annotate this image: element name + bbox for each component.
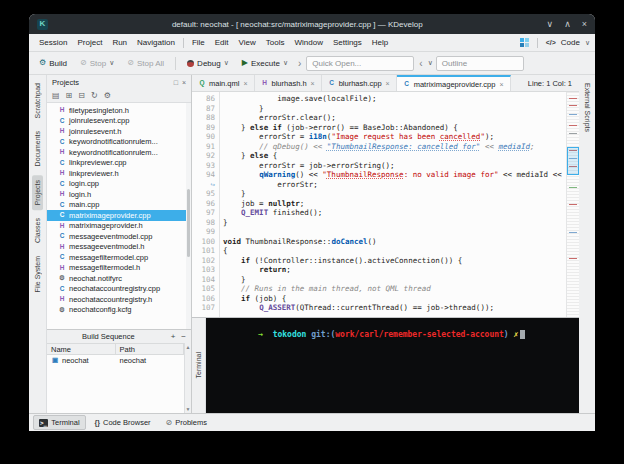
tree-item[interactable]: Cmain.cpp	[47, 200, 191, 211]
collapse-all-icon[interactable]: ⊟	[78, 91, 85, 100]
tree-item[interactable]: Cmessageeventmodel.cpp	[47, 231, 191, 242]
file-type-icon: H	[58, 244, 66, 251]
statusbar-terminal[interactable]: >_Terminal	[33, 415, 86, 430]
tree-item[interactable]: Hfiletypesingleton.h	[47, 105, 191, 116]
debug-bug-icon	[187, 60, 194, 67]
menu-item-run[interactable]: Run	[107, 38, 132, 47]
close-tab-icon[interactable]: ×	[243, 80, 247, 87]
file-type-icon: ⚙	[58, 275, 66, 282]
expand-all-icon[interactable]: ⊞	[66, 91, 73, 100]
file-name: matriximageprovider.cpp	[69, 211, 151, 220]
scroll-down-icon[interactable]: ▼	[186, 406, 191, 412]
titlebar[interactable]: K default: neochat - [ neochat:src/matri…	[29, 14, 595, 34]
tree-item[interactable]: Hlinkpreviewer.h	[47, 168, 191, 179]
minimap-mark	[569, 232, 577, 233]
tree-item[interactable]: Cmatriximageprovider.cpp	[47, 210, 191, 221]
file-type-icon: C	[403, 81, 411, 88]
editor-tab-blurhash-h[interactable]: Hblurhash.h×	[255, 75, 322, 91]
table-row[interactable]: ▣neochatneochat	[47, 355, 184, 366]
dock-tab-scratchpad[interactable]: Scratchpad	[32, 78, 43, 123]
close-icon[interactable]: ×	[582, 20, 587, 29]
menu-item-settings[interactable]: Settings	[328, 38, 367, 47]
dock-tab-documents[interactable]: Documents	[32, 126, 43, 171]
tree-item[interactable]: Hjoinrulesevent.h	[47, 126, 191, 137]
tree-view-icon[interactable]: ▤	[52, 91, 60, 100]
tree-item[interactable]: Cjoinrulesevent.cpp	[47, 116, 191, 127]
statusbar-problems[interactable]: ⊘Problems	[160, 415, 213, 430]
tree-item[interactable]: ⚙neochat.notifyrc	[47, 273, 191, 284]
editor-tab-matriximageprovider-cpp[interactable]: Cmatriximageprovider.cpp×	[397, 75, 511, 91]
close-tab-icon[interactable]: ×	[386, 80, 390, 87]
code-area[interactable]: image.save(localFile); } errorStr.clear(…	[220, 92, 566, 317]
line-number: 101	[192, 246, 215, 256]
close-tab-icon[interactable]: ×	[311, 80, 315, 87]
minimap-scrollbar[interactable]	[566, 92, 579, 317]
editor-tab-main-qml[interactable]: Qmain.qml×	[192, 75, 255, 91]
editor-tab-blurhash-cpp[interactable]: Cblurhash.cpp×	[322, 75, 397, 91]
menu-item-view[interactable]: View	[234, 38, 261, 47]
options-gear-icon[interactable]: ⚙	[104, 91, 111, 100]
execute-button[interactable]: ▶ Execute ∨	[237, 57, 293, 70]
column-header-name[interactable]: Name	[47, 344, 116, 354]
close-panel-icon[interactable]: ×	[182, 79, 186, 86]
menu-item-session[interactable]: Session	[34, 38, 72, 47]
tree-item[interactable]: Hmessagefiltermodel.h	[47, 263, 191, 274]
menu-item-navigation[interactable]: Navigation	[132, 38, 180, 47]
tree-item[interactable]: Cneochataccountregistry.cpp	[47, 284, 191, 295]
quick-open-input[interactable]: Quick Open...	[306, 56, 414, 71]
statusbar-code-browser[interactable]: {}Code Browser	[89, 415, 157, 430]
menu-item-help[interactable]: Help	[367, 38, 393, 47]
minimap-viewport[interactable]	[567, 147, 579, 175]
window-controls: ∨ ∧ ×	[547, 20, 587, 29]
area-switcher[interactable]: Code	[561, 38, 580, 47]
file-name: matriximageprovider.h	[69, 221, 143, 230]
dock-tab-file-system[interactable]: File System	[32, 251, 43, 298]
build-sequence-scrollbar[interactable]: ▲ ▼	[184, 343, 191, 413]
area-grid-icon[interactable]	[520, 38, 529, 47]
menu-item-file[interactable]: File	[187, 38, 210, 47]
column-header-path[interactable]: Path	[116, 344, 185, 354]
minimize-icon[interactable]: ∨	[547, 20, 554, 29]
tree-item[interactable]: Hmatriximageprovider.h	[47, 221, 191, 232]
stop-all-button[interactable]: ⊘ Stop All	[122, 57, 169, 70]
code-line: // qDebug() << "ThumbnailResponse: cance…	[223, 142, 566, 152]
tree-item[interactable]: Clinkpreviewer.cpp	[47, 158, 191, 169]
maximize-icon[interactable]: ∧	[564, 20, 571, 29]
chevron-left-icon[interactable]: ‹	[419, 58, 422, 69]
chevron-down-icon[interactable]: ∨	[428, 59, 433, 67]
tree-item[interactable]: Clogin.cpp	[47, 179, 191, 190]
menubar-items: SessionProjectRunNavigationFileEditViewT…	[34, 38, 393, 48]
tree-item[interactable]: Ckeywordnotificationrulem...	[47, 137, 191, 148]
menu-item-edit[interactable]: Edit	[210, 38, 234, 47]
scrollbar-thumb[interactable]	[187, 189, 190, 257]
tree-item[interactable]: ⚙neochatconfig.kcfg	[47, 305, 191, 316]
tree-item[interactable]: Hkeywordnotificationrulem...	[47, 147, 191, 158]
code-editor[interactable]: 868788899091929394↪959697989910010110210…	[192, 92, 579, 317]
tree-item[interactable]: Cmessagefiltermodel.cpp	[47, 252, 191, 263]
dock-tab-projects[interactable]: Projects	[32, 175, 43, 210]
float-panel-icon[interactable]: □	[174, 79, 178, 86]
add-build-item-button[interactable]: +	[171, 332, 176, 341]
debug-button[interactable]: Debug ∨	[182, 57, 234, 70]
close-tab-icon[interactable]: ×	[499, 81, 503, 88]
menu-item-window[interactable]: Window	[289, 38, 327, 47]
reload-icon[interactable]: ↻	[91, 91, 98, 100]
outline-input[interactable]: Outline	[436, 56, 524, 71]
terminal-tab[interactable]: Terminal	[195, 352, 202, 378]
dock-tab-classes[interactable]: Classes	[32, 213, 43, 248]
tree-scrollbar[interactable]	[186, 103, 191, 329]
tree-item[interactable]: Hneochataccountregistry.h	[47, 294, 191, 305]
tree-item[interactable]: Hlogin.h	[47, 189, 191, 200]
menu-item-project[interactable]: Project	[72, 38, 107, 47]
file-type-icon: H	[261, 80, 269, 87]
build-button[interactable]: ⚙ Build	[34, 57, 72, 70]
stop-button[interactable]: ⊘ Stop ∨	[75, 57, 119, 70]
menu-item-tools[interactable]: Tools	[261, 38, 290, 47]
terminal-output[interactable]: → tokodon git:(work/carl/remember-select…	[206, 318, 579, 413]
dock-tab-external-scripts[interactable]: External Scripts	[582, 78, 593, 137]
tree-item[interactable]: Hmessageeventmodel.h	[47, 242, 191, 253]
build-sequence-columns: NamePath	[47, 343, 184, 355]
remove-build-item-button[interactable]: −	[181, 332, 186, 341]
code-line: void ThumbnailResponse::doCancel()	[223, 237, 566, 247]
scroll-up-icon[interactable]: ▲	[186, 344, 191, 350]
